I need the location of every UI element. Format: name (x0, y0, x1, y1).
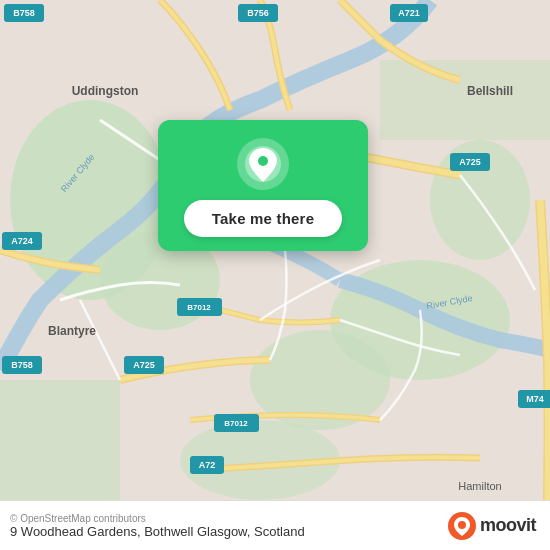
svg-text:Blantyre: Blantyre (48, 324, 96, 338)
location-card: Take me there (158, 120, 368, 251)
moovit-icon (448, 512, 476, 540)
svg-text:A72: A72 (199, 460, 216, 470)
take-me-there-button[interactable]: Take me there (184, 200, 342, 237)
footer-bar: © OpenStreetMap contributors 9 Woodhead … (0, 500, 550, 550)
svg-text:Bellshill: Bellshill (467, 84, 513, 98)
svg-text:A725: A725 (133, 360, 155, 370)
svg-text:B7012: B7012 (187, 303, 211, 312)
svg-point-41 (458, 521, 466, 529)
svg-rect-7 (0, 380, 120, 500)
svg-text:B7012: B7012 (224, 419, 248, 428)
map-container: B758 B756 A721 A725 A724 B758 A725 B7012… (0, 0, 550, 500)
attribution-text: © OpenStreetMap contributors (10, 513, 305, 524)
footer-left: © OpenStreetMap contributors 9 Woodhead … (10, 512, 305, 539)
svg-text:Hamilton: Hamilton (458, 480, 501, 492)
svg-text:M74: M74 (526, 394, 544, 404)
svg-rect-8 (380, 60, 550, 140)
svg-text:B756: B756 (247, 8, 269, 18)
svg-text:A725: A725 (459, 157, 481, 167)
pin-icon (237, 138, 289, 190)
svg-text:B758: B758 (11, 360, 33, 370)
moovit-logo: moovit (448, 512, 536, 540)
svg-text:A721: A721 (398, 8, 420, 18)
svg-text:B758: B758 (13, 8, 35, 18)
moovit-brand-label: moovit (480, 515, 536, 536)
svg-text:Uddingston: Uddingston (72, 84, 139, 98)
svg-text:A724: A724 (11, 236, 33, 246)
address-text: 9 Woodhead Gardens, Bothwell Glasgow, Sc… (10, 524, 305, 539)
svg-point-39 (258, 156, 268, 166)
